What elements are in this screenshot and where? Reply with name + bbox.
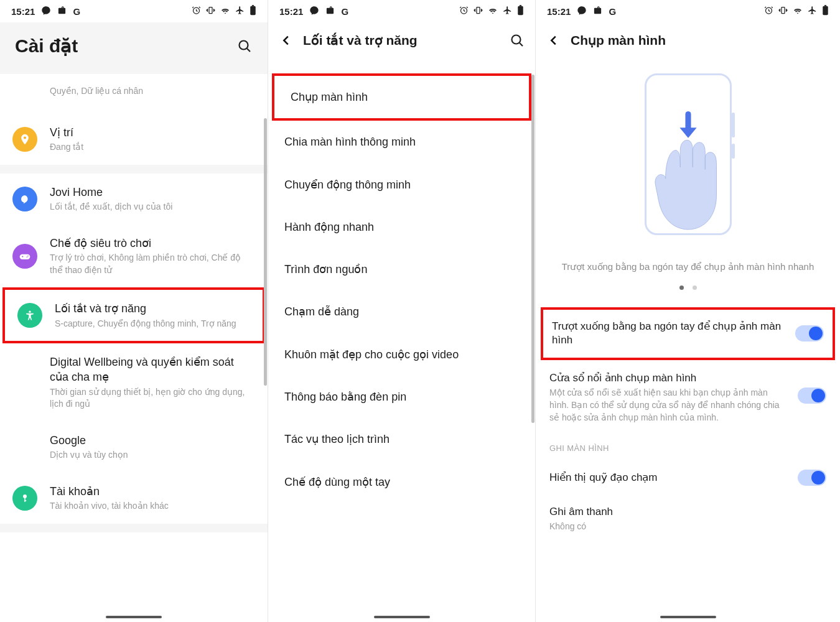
accessibility-icon	[17, 303, 42, 328]
settings-pane: 15:21 G Cài đặt Quyền, Dữ liệu cá nhân	[0, 0, 268, 622]
shortcut-item[interactable]: Chia màn hình thông minh	[268, 121, 535, 163]
settings-item-google[interactable]: Google Dịch vụ và tùy chọn	[0, 422, 268, 473]
vibrate-icon	[206, 6, 215, 17]
bag-icon	[325, 6, 335, 17]
settings-item-account[interactable]: Tài khoản Tài khoản vivo, tài khoản khác	[0, 473, 268, 524]
g-icon: G	[73, 6, 80, 17]
wifi-icon	[220, 6, 230, 17]
toggle-switch[interactable]	[798, 470, 826, 486]
messenger-icon	[309, 6, 319, 17]
nav-handle[interactable]	[374, 616, 430, 618]
gesture-illustration: Trượt xuống bằng ba ngón tay để chụp ảnh…	[536, 58, 840, 305]
toggle-three-finger[interactable]: Trượt xuống bằng ba ngón tay để chụp ảnh…	[541, 307, 835, 361]
key-icon	[12, 486, 37, 511]
toggle-switch[interactable]	[795, 325, 824, 341]
hand-icon	[629, 111, 747, 235]
g-icon: G	[341, 6, 348, 17]
svg-rect-1	[209, 7, 212, 14]
jovi-icon	[12, 187, 37, 211]
alarm-icon	[459, 6, 469, 17]
svg-rect-11	[518, 6, 523, 15]
battery-icon	[250, 5, 256, 17]
toggle-touch-track[interactable]: Hiển thị quỹ đạo chạm	[536, 458, 840, 498]
battery-icon	[822, 5, 829, 17]
shortcut-item[interactable]: Chạm dễ dàng	[268, 290, 535, 333]
alarm-icon	[192, 6, 201, 17]
messenger-icon	[577, 6, 587, 17]
section-header: GHI MÀN HÌNH	[536, 432, 840, 458]
bag-icon	[57, 6, 67, 17]
setting-record-audio[interactable]: Ghi âm thanh Không có	[536, 498, 840, 541]
airplane-icon	[808, 6, 817, 17]
page-title: Chụp màn hình	[571, 33, 830, 48]
status-bar: 15:21 G	[268, 0, 535, 22]
status-time: 15:21	[279, 6, 303, 17]
svg-point-5	[29, 311, 30, 313]
cutoff-item[interactable]: Quyền, Dữ liệu cá nhân	[0, 74, 268, 114]
screenshot-pane: 15:21 G Chụp màn hình	[535, 0, 840, 622]
back-icon[interactable]	[278, 32, 294, 49]
bag-icon	[593, 6, 602, 17]
illustration-caption: Trượt xuống bằng ba ngón tay để chụp ảnh…	[548, 260, 828, 274]
svg-point-6	[23, 494, 27, 498]
shortcut-item[interactable]: Chuyển động thông minh	[268, 164, 535, 206]
svg-rect-16	[823, 6, 828, 15]
messenger-icon	[41, 6, 51, 17]
g-icon: G	[609, 6, 616, 17]
page-title: Cài đặt	[15, 35, 78, 57]
nav-handle[interactable]	[106, 616, 162, 618]
status-time: 15:21	[11, 6, 35, 17]
settings-item-wellbeing[interactable]: Digital Wellbeing và quyền kiểm soát của…	[0, 343, 268, 422]
svg-rect-8	[24, 500, 26, 501]
scrollbar[interactable]	[531, 75, 534, 423]
svg-rect-7	[24, 498, 26, 502]
search-icon[interactable]	[236, 38, 253, 54]
search-icon[interactable]	[509, 32, 525, 49]
shortcut-item[interactable]: Hành động nhanh	[268, 206, 535, 248]
shortcut-item[interactable]: Thông báo bằng đèn pin	[268, 376, 535, 418]
shortcut-item[interactable]: Tác vụ theo lịch trình	[268, 418, 535, 460]
shortcut-item[interactable]: Khuôn mặt đẹp cho cuộc gọi video	[268, 333, 535, 376]
svg-rect-17	[824, 5, 826, 6]
pane1-header: Cài đặt	[0, 22, 268, 74]
settings-item-location[interactable]: Vị trí Đang tắt	[0, 114, 268, 165]
shortcut-item[interactable]: Chế độ dùng một tay	[268, 461, 535, 503]
svg-rect-10	[477, 7, 480, 14]
shortcut-item[interactable]: Trình đơn nguồn	[268, 248, 535, 290]
page-title: Lối tắt và trợ năng	[303, 33, 500, 48]
divider	[0, 165, 268, 174]
pane2-header: Lối tắt và trợ năng	[268, 22, 535, 58]
nav-handle[interactable]	[660, 616, 716, 618]
status-bar: 15:21 G	[0, 0, 268, 22]
wifi-icon	[793, 6, 803, 17]
toggle-switch[interactable]	[798, 388, 826, 404]
divider	[0, 524, 268, 532]
svg-point-13	[512, 35, 521, 44]
location-icon	[12, 127, 37, 152]
settings-item-game[interactable]: Chế độ siêu trò chơi Trợ lý trò chơi, Kh…	[0, 225, 268, 287]
dot	[693, 285, 697, 290]
settings-item-shortcuts[interactable]: Lối tắt và trợ năng S-capture, Chuyển độ…	[2, 287, 265, 343]
pane3-header: Chụp màn hình	[536, 22, 840, 58]
svg-rect-3	[252, 5, 254, 6]
page-indicator[interactable]	[548, 285, 828, 290]
dot-active	[679, 285, 684, 290]
vibrate-icon	[778, 6, 788, 17]
settings-item-jovi[interactable]: Jovi Home Lối tắt, đề xuất, dịch vụ của …	[0, 174, 268, 225]
airplane-icon	[235, 6, 245, 17]
shortcut-item-screenshot[interactable]: Chụp màn hình	[272, 73, 531, 121]
alarm-icon	[764, 6, 773, 17]
game-icon	[12, 244, 37, 269]
toggle-floating-window[interactable]: Cửa sổ nổi ảnh chụp màn hình Một cửa sổ …	[536, 363, 840, 432]
airplane-icon	[503, 6, 512, 17]
status-time: 15:21	[547, 6, 571, 17]
svg-rect-15	[782, 7, 785, 14]
svg-point-4	[240, 40, 248, 49]
back-icon[interactable]	[546, 32, 562, 49]
svg-rect-2	[250, 6, 256, 15]
scrollbar[interactable]	[264, 118, 267, 386]
vibrate-icon	[474, 6, 483, 17]
svg-rect-12	[520, 5, 521, 6]
battery-icon	[517, 5, 524, 17]
shortcuts-pane: 15:21 G Lối tắt và trợ năng Chụp màn hìn…	[268, 0, 535, 622]
